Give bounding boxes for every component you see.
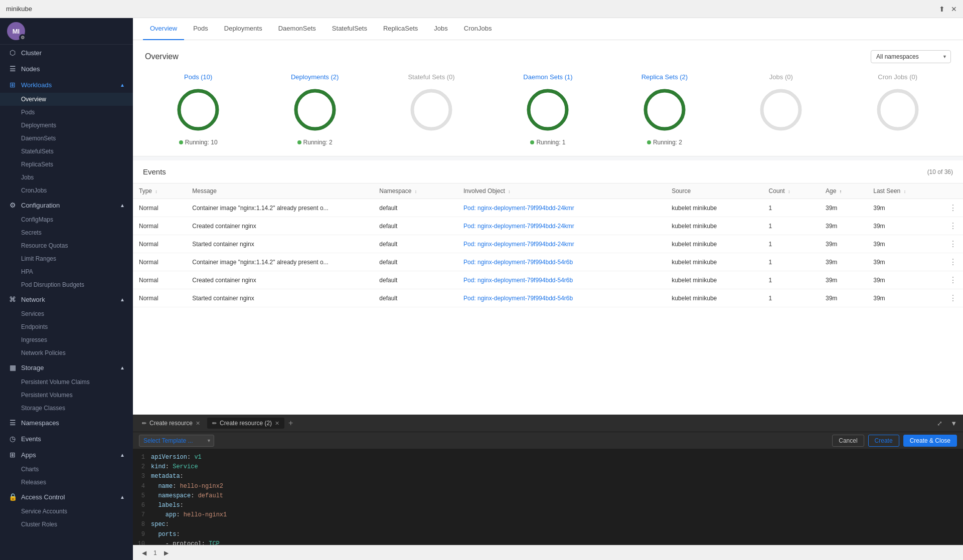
sidebar-subitem-replicasets[interactable]: ReplicaSets: [0, 158, 133, 171]
col-last-seen[interactable]: Last Seen ↕: [867, 183, 943, 199]
namespace-select[interactable]: All namespaces default kube-system: [871, 50, 951, 63]
row-menu-icon[interactable]: ⋮: [949, 276, 957, 284]
row-menu-icon[interactable]: ⋮: [949, 258, 957, 266]
share-icon[interactable]: ⬆: [939, 5, 945, 13]
sidebar-subitem-pod-disruption-budgets[interactable]: Pod Disruption Budgets: [0, 278, 133, 291]
cell-object[interactable]: Pod: nginx-deployment-79f994bdd-54r6b: [457, 253, 666, 271]
close-tab-2-icon[interactable]: ✕: [275, 420, 279, 427]
sidebar-subitem-resource-quotas[interactable]: Resource Quotas: [0, 239, 133, 252]
sidebar-item-namespaces[interactable]: ☰ Namespaces: [0, 415, 133, 431]
tab-deployments[interactable]: Deployments: [217, 18, 269, 40]
row-menu-icon[interactable]: ⋮: [949, 240, 957, 248]
table-row: Normal Started container nginx default P…: [133, 289, 963, 307]
configuration-icon: ⚙: [8, 201, 17, 209]
sidebar-subitem-secrets[interactable]: Secrets: [0, 226, 133, 239]
donut-label-cronjobs[interactable]: Cron Jobs (0): [878, 73, 917, 81]
create-close-button[interactable]: Create & Close: [903, 435, 957, 447]
tab-pods[interactable]: Pods: [186, 18, 215, 40]
expand-panel-icon[interactable]: ⤢: [935, 419, 944, 428]
donut-label-replicasets[interactable]: Replica Sets (2): [641, 73, 688, 81]
donut-label-statefulsets[interactable]: Stateful Sets (0): [408, 73, 454, 81]
cell-row-menu[interactable]: ⋮: [943, 289, 963, 307]
sidebar-subitem-network-policies[interactable]: Network Policies: [0, 346, 133, 359]
cell-row-menu[interactable]: ⋮: [943, 199, 963, 217]
sidebar-item-nodes[interactable]: ☰ Nodes: [0, 61, 133, 77]
cell-row-menu[interactable]: ⋮: [943, 271, 963, 289]
sidebar-item-cluster[interactable]: ⬡ Cluster: [0, 45, 133, 61]
sidebar-subitem-deployments[interactable]: Deployments: [0, 119, 133, 132]
donut-label-daemonsets[interactable]: Daemon Sets (1): [523, 73, 572, 81]
cell-object[interactable]: Pod: nginx-deployment-79f994bdd-54r6b: [457, 271, 666, 289]
cell-row-menu[interactable]: ⋮: [943, 235, 963, 253]
sidebar-item-access-control[interactable]: 🔒 Access Control ▲: [0, 489, 133, 505]
sidebar-subitem-overview[interactable]: Overview: [0, 93, 133, 106]
tab-daemonsets[interactable]: DaemonSets: [271, 18, 323, 40]
svg-point-4: [412, 91, 450, 129]
col-count[interactable]: Count ↕: [763, 183, 820, 199]
sidebar-subitem-ingresses[interactable]: Ingresses: [0, 333, 133, 346]
tab-statefulsets[interactable]: StatefulSets: [325, 18, 374, 40]
sidebar-item-workloads[interactable]: ⊞ Workloads ▲: [0, 77, 133, 93]
template-select[interactable]: Select Template ...: [139, 435, 214, 447]
sidebar-subitem-services[interactable]: Services: [0, 307, 133, 320]
donut-jobs: [756, 85, 806, 135]
namespaces-icon: ☰: [8, 419, 17, 427]
tab-replicasets[interactable]: ReplicaSets: [376, 18, 425, 40]
col-involved-object[interactable]: Involved Object ↕: [457, 183, 666, 199]
sidebar-subitem-pvc[interactable]: Persistent Volume Claims: [0, 376, 133, 389]
avatar[interactable]: MI ⚙: [7, 22, 25, 40]
code-editor[interactable]: 1apiVersion: v12kind: Service3metadata:4…: [133, 449, 963, 545]
sidebar-subitem-jobs[interactable]: Jobs: [0, 171, 133, 184]
next-page-button[interactable]: ▶: [161, 548, 172, 557]
sidebar-item-apps[interactable]: ⊞ Apps ▲: [0, 447, 133, 463]
cell-object[interactable]: Pod: nginx-deployment-79f994bdd-24kmr: [457, 235, 666, 253]
col-type[interactable]: Type ↕: [133, 183, 186, 199]
tab-overview[interactable]: Overview: [143, 18, 184, 40]
sidebar-subitem-hpa[interactable]: HPA: [0, 265, 133, 278]
row-menu-icon[interactable]: ⋮: [949, 204, 957, 212]
sidebar-subitem-limit-ranges[interactable]: Limit Ranges: [0, 252, 133, 265]
sidebar-subitem-storage-classes[interactable]: Storage Classes: [0, 402, 133, 415]
cell-count: 1: [763, 289, 820, 307]
sidebar-subitem-statefulsets[interactable]: StatefulSets: [0, 145, 133, 158]
create-button[interactable]: Create: [868, 435, 899, 447]
sidebar-subitem-pv[interactable]: Persistent Volumes: [0, 389, 133, 402]
cell-row-menu[interactable]: ⋮: [943, 217, 963, 235]
sidebar-subitem-endpoints[interactable]: Endpoints: [0, 320, 133, 333]
sidebar-subitem-service-accounts[interactable]: Service Accounts: [0, 505, 133, 518]
donut-label-jobs[interactable]: Jobs (0): [769, 73, 793, 81]
sidebar-subitem-configmaps[interactable]: ConfigMaps: [0, 213, 133, 226]
sidebar-subitem-daemonsets[interactable]: DaemonSets: [0, 132, 133, 145]
donut-label-pods[interactable]: Pods (10): [184, 73, 212, 81]
add-tab-button[interactable]: +: [286, 419, 295, 428]
sidebar-subitem-cluster-roles[interactable]: Cluster Roles: [0, 518, 133, 531]
sidebar-subitem-releases[interactable]: Releases: [0, 476, 133, 489]
cell-object[interactable]: Pod: nginx-deployment-79f994bdd-24kmr: [457, 217, 666, 235]
close-icon[interactable]: ✕: [951, 5, 957, 13]
sidebar-subitem-pods[interactable]: Pods: [0, 106, 133, 119]
sidebar-subitem-cronjobs[interactable]: CronJobs: [0, 184, 133, 197]
cell-row-menu[interactable]: ⋮: [943, 253, 963, 271]
prev-page-button[interactable]: ◀: [139, 548, 149, 557]
collapse-panel-icon[interactable]: ▼: [948, 419, 959, 428]
sidebar-subitem-charts[interactable]: Charts: [0, 463, 133, 476]
bottom-tab-create-resource-2[interactable]: ✏ Create resource (2) ✕: [207, 418, 284, 429]
cell-age: 39m: [820, 199, 867, 217]
sidebar-item-events[interactable]: ◷ Events: [0, 431, 133, 447]
bottom-tab-create-resource[interactable]: ✏ Create resource ✕: [137, 418, 205, 429]
close-tab-1-icon[interactable]: ✕: [196, 420, 200, 427]
sidebar-item-storage[interactable]: ▦ Storage ▲: [0, 359, 133, 376]
cell-object[interactable]: Pod: nginx-deployment-79f994bdd-24kmr: [457, 199, 666, 217]
cancel-button[interactable]: Cancel: [832, 435, 864, 447]
cell-object[interactable]: Pod: nginx-deployment-79f994bdd-54r6b: [457, 289, 666, 307]
sidebar-item-network[interactable]: ⌘ Network ▲: [0, 291, 133, 307]
tab-cronjobs[interactable]: CronJobs: [457, 18, 499, 40]
sidebar-item-configuration[interactable]: ⚙ Configuration ▲: [0, 197, 133, 213]
col-namespace[interactable]: Namespace ↕: [373, 183, 457, 199]
col-age[interactable]: Age ↑: [820, 183, 867, 199]
donut-label-deployments[interactable]: Deployments (2): [291, 73, 339, 81]
cell-last-seen: 39m: [867, 253, 943, 271]
tab-jobs[interactable]: Jobs: [427, 18, 454, 40]
row-menu-icon[interactable]: ⋮: [949, 222, 957, 230]
row-menu-icon[interactable]: ⋮: [949, 294, 957, 302]
